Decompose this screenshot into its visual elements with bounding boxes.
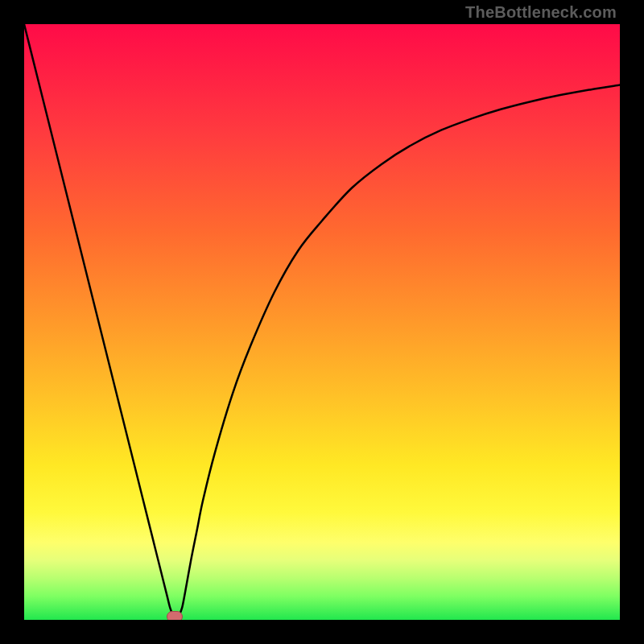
min-marker [167, 611, 183, 620]
chart-frame: TheBottleneck.com [0, 0, 644, 644]
line-series [24, 24, 620, 620]
plot-area [24, 24, 620, 620]
series-path [24, 24, 620, 617]
watermark-label: TheBottleneck.com [465, 3, 617, 22]
